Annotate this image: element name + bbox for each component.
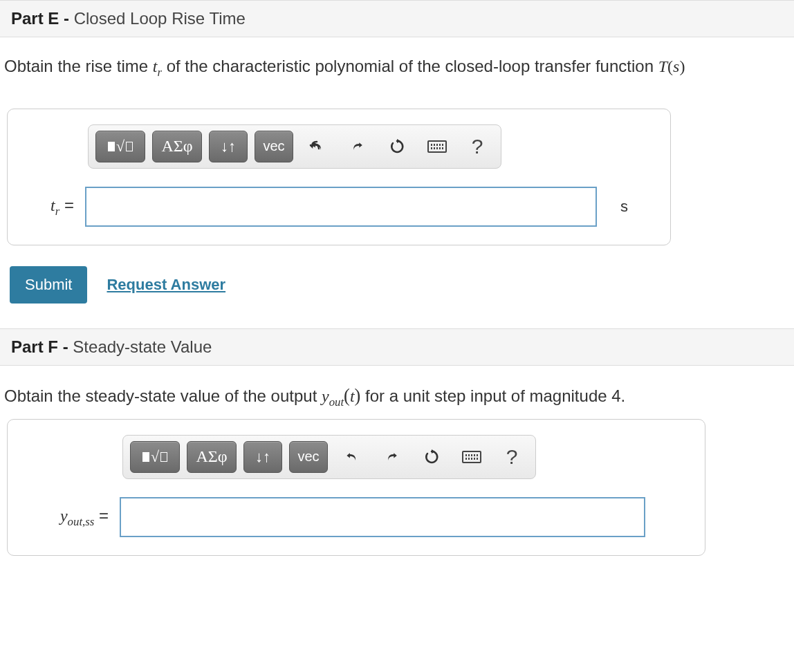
lhs-var-f: y [60,507,68,525]
templates-icon: √ [142,448,167,466]
open-paren: ( [667,57,673,75]
part-e-actions: Submit Request Answer [0,262,794,328]
var-y: y [322,387,329,405]
keyboard-button[interactable] [421,131,454,162]
vec-button[interactable]: vec [289,441,328,473]
redo-button[interactable] [375,441,408,473]
templates-icon: √ [108,138,133,156]
toolbar-row: √ ΑΣφ ↓↑ vec ? [88,124,652,169]
part-e-prompt: Obtain the rise time tr of the character… [0,37,794,109]
func-T: T [658,57,667,75]
greek-button[interactable]: ΑΣφ [152,131,202,162]
answer-input-tr[interactable] [85,187,597,227]
prompt-text-2: of the characteristic polynomial of the … [167,57,658,75]
subsup-button[interactable]: ↓↑ [209,131,248,162]
part-e-header: Part E - Closed Loop Rise Time [0,0,794,37]
redo-icon [383,449,400,465]
var-tr: tr [153,57,162,75]
undo-icon [308,138,325,155]
undo-icon [343,449,360,465]
input-row: tr = s [26,187,652,227]
subsup-button[interactable]: ↓↑ [243,441,282,473]
submit-button[interactable]: Submit [10,266,87,304]
part-f-label: Part F - [11,337,68,356]
close-paren: ) [679,57,685,75]
undo-button[interactable] [335,441,368,473]
prompt-text-f2: for a unit step input of magnitude 4. [365,386,625,405]
answer-input-yout[interactable] [120,497,645,537]
help-button[interactable]: ? [495,441,528,473]
part-f-title: Steady-state Value [68,337,212,356]
lhs-eq: = [59,196,74,214]
reset-button[interactable] [415,441,448,473]
part-f-answer-box: √ ΑΣφ ↓↑ vec ? yout,ss = [7,419,705,556]
redo-button[interactable] [340,131,373,162]
part-e-label: Part E - [11,9,69,28]
redo-icon [349,138,365,155]
math-toolbar-f: √ ΑΣφ ↓↑ vec ? [122,435,536,479]
reset-icon [389,138,405,155]
part-f-prompt: Obtain the steady-state value of the out… [0,366,794,419]
undo-button[interactable] [300,131,333,162]
var-t-sub: r [157,66,162,79]
templates-button[interactable]: √ [95,131,145,162]
lhs-label-yout: yout,ss = [26,506,109,529]
templates-button[interactable]: √ [130,441,180,473]
part-e-answer-box: √ ΑΣφ ↓↑ vec ? tr = s [7,109,671,245]
keyboard-button[interactable] [455,441,488,473]
unit-s: s [620,198,628,216]
var-y-sub: out [329,395,344,409]
help-button[interactable]: ? [461,131,494,162]
input-row-f: yout,ss = [26,497,687,537]
reset-button[interactable] [380,131,414,162]
var-yout: yout [322,387,344,405]
vec-button[interactable]: vec [255,131,293,162]
func-name: T [658,57,667,75]
open-paren-f: ( [344,385,350,406]
lhs-label-tr: tr = [26,196,74,218]
keyboard-icon [427,140,447,153]
arg-t: t [350,387,355,405]
reset-icon [423,449,440,465]
lhs-eq-f: = [94,506,109,525]
toolbar-row-f: √ ΑΣφ ↓↑ vec ? [122,435,687,479]
keyboard-icon [462,451,481,463]
prompt-text: Obtain the rise time [4,57,153,75]
arg-s: s [673,57,679,75]
close-paren-f: ) [355,385,361,406]
prompt-text-f: Obtain the steady-state value of the out… [4,386,322,405]
math-toolbar: √ ΑΣφ ↓↑ vec ? [88,124,501,169]
request-answer-link[interactable]: Request Answer [107,276,225,294]
lhs-sub-f: out,ss [68,514,95,528]
part-e-title: Closed Loop Rise Time [69,9,246,28]
greek-button[interactable]: ΑΣφ [187,441,237,473]
lhs-var: t [50,196,55,214]
part-f-header: Part F - Steady-state Value [0,328,794,366]
